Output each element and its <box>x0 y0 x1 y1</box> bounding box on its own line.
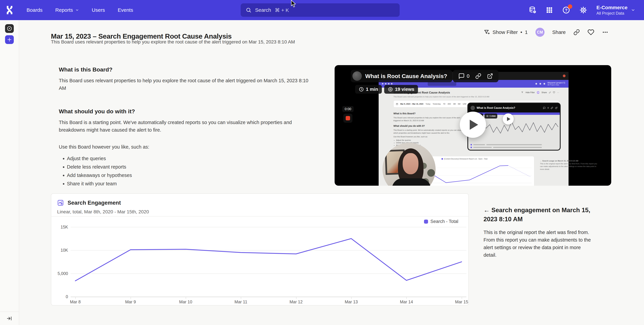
suggestions-list: Adjust the queries Delete less relevant … <box>59 156 314 187</box>
avatar[interactable]: CM <box>536 28 544 37</box>
x-tick-label: Mar 14 <box>400 300 413 304</box>
dot-separator: • <box>520 29 522 35</box>
settings-gear-icon[interactable] <box>579 6 587 14</box>
chart-plot-area[interactable] <box>70 222 466 297</box>
mini-legend-label: [Content Discovery] Omnisearch Report Li… <box>444 158 487 160</box>
project-info: E-Commerce All Project Data <box>596 4 628 16</box>
x-tick-label: Mar 15 <box>455 300 468 304</box>
report-card: Search Engagement Linear, total, Mar 8th… <box>51 193 469 306</box>
list-intro: Use this Board however you like, such as… <box>59 143 314 151</box>
primary-nav: Boards Reports Users Events <box>26 7 133 13</box>
mini-side-note: ← Search usage on March 15, 2023 8:10 AM… <box>540 159 597 171</box>
plus-icon <box>7 37 12 42</box>
mini-board-actions: Hide Filter CM Share ··· <box>521 91 559 94</box>
nav-item-label: Users <box>92 7 105 13</box>
help-icon[interactable]: ? <box>562 6 570 14</box>
x-tick-label: Mar 12 <box>290 300 303 304</box>
create-new-button[interactable] <box>5 35 14 44</box>
search-icon <box>246 7 252 13</box>
x-axis-labels: Mar 8Mar 9Mar 10Mar 11Mar 12Mar 13Mar 14… <box>70 300 466 305</box>
comment-icon <box>458 73 465 79</box>
line-chart-icon <box>57 199 64 206</box>
navbar-right: ? E-Commerce All Project Data <box>528 0 635 20</box>
mini-nav-items <box>382 83 392 84</box>
mini-project-name: Mixpanel (project 5) <box>548 82 565 84</box>
recorder-timer: 0:00 <box>342 106 354 112</box>
nav-item-label: Events <box>118 7 133 13</box>
share-button[interactable]: Share <box>552 29 566 35</box>
notification-badge <box>568 4 572 9</box>
project-scope: All Project Data <box>596 11 628 16</box>
report-title[interactable]: Search Engagement <box>68 200 121 206</box>
recorder-controls: 0:00 <box>342 106 354 123</box>
report-header: Search Engagement Linear, total, Mar 8th… <box>51 194 468 217</box>
chevron-down-icon <box>75 8 79 12</box>
nav-item-users[interactable]: Users <box>92 7 105 13</box>
copy-link-icon[interactable] <box>574 29 580 35</box>
search-shortcut: ⌘ + K <box>275 7 289 13</box>
engagement-line-svg <box>70 222 466 297</box>
x-tick-label: Mar 9 <box>125 300 136 304</box>
mini-board-subtitle: This Board uses relevant properties to h… <box>394 96 498 98</box>
list-item: Add takeaways or hypotheses <box>67 173 314 178</box>
expand-sidebar-icon <box>6 316 12 321</box>
side-note-body: This is the original report the alert wa… <box>484 229 594 259</box>
list-item: Share it with your team <box>67 181 314 187</box>
video-player-card[interactable]: Mar 15, 2023 - Search Enga... Mixpanel (… <box>334 65 611 186</box>
nav-item-label: Reports <box>55 7 73 13</box>
video-duration-chip: 1 min <box>355 85 382 94</box>
nav-item-events[interactable]: Events <box>118 7 133 13</box>
filter-count: 1 <box>525 29 528 35</box>
favorite-heart-icon[interactable] <box>588 29 594 35</box>
nested-play-button <box>503 113 514 125</box>
section-body: This Board uses relevant properties to h… <box>59 77 314 92</box>
report-subtitle: Linear, total, Mar 8th, 2020 - Mar 15th,… <box>57 209 149 215</box>
views-eye-icon <box>388 87 393 92</box>
nav-item-label: Boards <box>26 7 42 13</box>
apps-grid-icon[interactable] <box>546 6 553 14</box>
svg-text:?: ? <box>565 8 568 12</box>
show-filter-button[interactable]: Show Filter • 1 <box>484 29 528 35</box>
nested-video-title: What is Root Cause Analysis? <box>476 106 515 109</box>
section-title: What should you do with it? <box>59 108 314 115</box>
presenter-avatar <box>352 71 362 81</box>
board-description: What is this Board? This Board uses rele… <box>59 66 314 189</box>
video-meta-chips: 1 min 19 views <box>355 85 418 94</box>
video-duration: 1 min <box>366 87 378 92</box>
x-tick-label: Mar 11 <box>234 300 247 304</box>
board-actions: Show Filter • 1 CM Share <box>484 27 608 37</box>
mini-nav-right: Mixpanel (project 5)All Project Data <box>536 82 565 86</box>
open-external-icon[interactable] <box>487 73 493 79</box>
video-comments-button[interactable]: 0 <box>458 73 470 79</box>
section-title: What is this Board? <box>59 66 314 73</box>
top-navbar: Boards Reports Users Events Search ⌘ + K… <box>0 0 644 20</box>
filter-funnel-icon <box>484 29 490 35</box>
board-subtitle: This Board uses relevant properties to h… <box>51 39 295 45</box>
nav-item-reports[interactable]: Reports <box>55 7 79 13</box>
nav-item-boards[interactable]: Boards <box>26 7 42 13</box>
left-rail <box>0 20 19 325</box>
play-icon <box>470 120 478 130</box>
section-body: This Board is a starting point. We've au… <box>59 119 314 134</box>
record-button <box>343 114 352 123</box>
mixpanel-logo-icon[interactable] <box>6 5 14 15</box>
search-placeholder: Search <box>255 7 271 13</box>
search-input[interactable]: Search ⌘ + K <box>241 3 400 17</box>
video-views-chip: 19 views <box>384 85 418 94</box>
video-actions-overlay: 0 <box>453 70 498 82</box>
expand-sidebar-button[interactable] <box>0 312 19 325</box>
mini-search <box>428 82 456 86</box>
video-title-overlay: What is Root Cause Analysis? <box>351 70 452 82</box>
discover-compass-button[interactable] <box>5 24 14 33</box>
side-note-title: ← Search engagement on March 15, 2023 8:… <box>484 206 594 224</box>
play-button[interactable] <box>460 112 486 138</box>
video-link-icon[interactable] <box>475 73 481 79</box>
video-views: 19 views <box>395 87 414 92</box>
data-management-icon[interactable] <box>528 6 536 14</box>
project-name: E-Commerce <box>596 4 628 11</box>
more-options-icon[interactable] <box>602 29 608 35</box>
comment-count: 0 <box>467 73 470 79</box>
list-item: Delete less relevant reports <box>67 164 314 170</box>
alert-side-note: ← Search engagement on March 15, 2023 8:… <box>484 206 594 259</box>
project-switcher[interactable]: E-Commerce All Project Data <box>596 4 635 16</box>
